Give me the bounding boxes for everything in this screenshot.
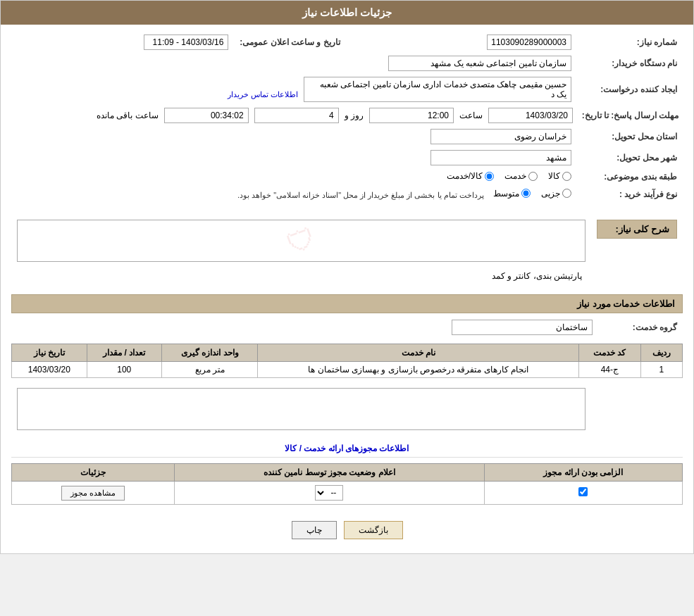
col-row: ردیف — [640, 344, 682, 362]
deadline-date-field: 1403/03/20 — [488, 108, 573, 123]
permit-status-select[interactable]: -- — [315, 485, 343, 501]
buyer-desc-table — [11, 384, 683, 434]
category-service-radio[interactable] — [528, 172, 538, 181]
purchase-partial-radio[interactable] — [562, 189, 571, 198]
deadline-row-content: 1403/03/20 ساعت 12:00 روز و 4 00:34:02 س… — [11, 105, 577, 126]
requester-field: حسین مقیمی چاهک متصدی خدمات اداری سازمان… — [304, 77, 571, 102]
service-group-label: گروه خدمت: — [598, 317, 683, 338]
category-radio-group: کالا خدمت کالا/خدمت — [447, 171, 571, 181]
permit-required-cell — [484, 482, 682, 505]
category-options: کالا خدمت کالا/خدمت — [11, 168, 577, 186]
permits-data-table: الزامی بودن ارائه مجوز اعلام وضعیت مجوز … — [11, 463, 683, 505]
cell-qty: 100 — [87, 362, 161, 378]
category-both[interactable]: کالا/خدمت — [447, 171, 494, 181]
requester-value: حسین مقیمی چاهک متصدی خدمات اداری سازمان… — [11, 74, 577, 105]
permit-details-cell: مشاهده مجوز — [12, 482, 175, 505]
permits-header-row: الزامی بودن ارائه مجوز اعلام وضعیت مجوز … — [12, 464, 683, 482]
table-header-row: ردیف کد خدمت نام خدمت واحد اندازه گیری ت… — [12, 344, 683, 362]
buyer-org-label: نام دستگاه خریدار: — [577, 53, 683, 74]
purchase-radio-group: جزیی متوسط — [493, 189, 571, 199]
requester-label: ایجاد کننده درخواست: — [577, 74, 683, 105]
permits-data-row: -- مشاهده مجوز — [12, 482, 683, 505]
permits-section-header: اطلاعات مجوزهای ارائه خدمت / کالا — [11, 440, 683, 458]
col-name: نام خدمت — [258, 344, 579, 362]
deadline-remain-label: ساعت باقی مانده — [97, 111, 159, 120]
category-goods[interactable]: کالا — [548, 171, 571, 181]
province-value: خراسان رضوی — [11, 126, 577, 147]
cell-date: 1403/03/20 — [12, 362, 87, 378]
city-value: مشهد — [11, 147, 577, 168]
province-field: خراسان رضوی — [430, 129, 571, 144]
col-date: تاریخ نیاز — [12, 344, 87, 362]
deadline-days-field: 4 — [254, 108, 339, 123]
buyer-desc-box — [17, 388, 585, 430]
category-goods-radio[interactable] — [562, 172, 571, 181]
purchase-partial[interactable]: جزیی — [541, 189, 571, 199]
buyer-org-value: سازمان تامین اجتماعی شعبه یک مشهد — [11, 53, 577, 74]
need-desc-text: پارتیشن بندی، کانتر و کمد — [17, 269, 585, 283]
col-code: کد خدمت — [579, 344, 641, 362]
permit-required-checkbox[interactable] — [578, 487, 588, 496]
col-unit: واحد اندازه گیری — [162, 344, 258, 362]
page-header: جزئیات اطلاعات نیاز — [1, 1, 693, 25]
services-data-table: ردیف کد خدمت نام خدمت واحد اندازه گیری ت… — [11, 344, 683, 378]
deadline-remain-field: 00:34:02 — [164, 108, 249, 123]
basic-info-table: شماره نیاز: 1103090289000003 تاریخ و ساع… — [11, 32, 683, 203]
need-desc-textarea[interactable] — [17, 220, 585, 262]
permits-col-details: جزئیات — [12, 464, 175, 482]
back-button[interactable]: بازگشت — [344, 521, 403, 539]
need-desc-content: 🛡 پارتیشن بندی، کانتر و کمد — [11, 208, 591, 287]
permit-status-cell: -- — [174, 482, 484, 505]
need-number-value: 1103090289000003 — [354, 32, 577, 53]
purchase-type-label: نوع فرآیند خرید : — [577, 186, 683, 203]
purchase-medium-radio[interactable] — [521, 189, 531, 198]
action-buttons-row: بازگشت چاپ — [11, 510, 683, 546]
deadline-time-field: 12:00 — [369, 108, 454, 123]
service-group-field: ساختمان — [452, 320, 593, 335]
need-desc-table: شرح کلی نیاز: 🛡 پارتیشن بندی، کانتر و کم… — [11, 208, 683, 287]
purchase-type-content: جزیی متوسط پرداخت تمام یا بخشی از مبلغ خ… — [11, 186, 577, 203]
buyer-desc-content — [11, 384, 591, 434]
need-desc-section-title: شرح کلی نیاز: — [597, 220, 677, 239]
service-group-table: گروه خدمت: ساختمان — [11, 317, 683, 338]
content-area: شماره نیاز: 1103090289000003 تاریخ و ساع… — [1, 25, 693, 553]
page-wrapper: جزئیات اطلاعات نیاز شماره نیاز: 11030902… — [0, 0, 694, 554]
purchase-medium[interactable]: متوسط — [493, 189, 531, 199]
announce-date-field: 1403/03/16 - 11:09 — [144, 34, 228, 50]
need-desc-watermark-area: 🛡 — [17, 213, 585, 269]
col-qty: تعداد / مقدار — [87, 344, 161, 362]
cell-row: 1 — [640, 362, 682, 378]
category-both-radio[interactable] — [485, 172, 494, 181]
purchase-note: پرداخت تمام یا بخشی از مبلغ خریدار از مح… — [237, 191, 484, 199]
need-number-field: 1103090289000003 — [487, 34, 571, 50]
permits-col-required: الزامی بودن ارائه مجوز — [484, 464, 682, 482]
city-label: شهر محل تحویل: — [577, 147, 683, 168]
service-group-value: ساختمان — [11, 317, 598, 338]
buyer-org-field: سازمان تامین اجتماعی شعبه یک مشهد — [388, 56, 571, 71]
page-title: جزئیات اطلاعات نیاز — [302, 6, 392, 18]
category-label: طبقه بندی موضوعی: — [577, 168, 683, 186]
cell-unit: متر مربع — [162, 362, 258, 378]
announce-date-label: تاریخ و ساعت اعلان عمومی: — [234, 32, 354, 53]
city-field: مشهد — [430, 150, 571, 165]
service-info-section-header: اطلاعات خدمات مورد نیاز — [11, 294, 683, 313]
table-row: 1 ج-44 انجام کارهای متفرقه درخصوص بازساز… — [12, 362, 683, 378]
requester-contact-link[interactable]: اطلاعات تماس خریدار — [228, 90, 298, 99]
cell-name: انجام کارهای متفرقه درخصوص بازسازی و بهس… — [258, 362, 579, 378]
province-label: استان محل تحویل: — [577, 126, 683, 147]
permits-col-status: اعلام وضعیت مجوز توسط نامین کننده — [174, 464, 484, 482]
view-permit-button[interactable]: مشاهده مجوز — [61, 486, 125, 501]
need-number-label: شماره نیاز: — [577, 32, 683, 53]
print-button[interactable]: چاپ — [292, 521, 337, 539]
category-service[interactable]: خدمت — [504, 171, 538, 181]
cell-code: ج-44 — [579, 362, 641, 378]
announce-date-value: 1403/03/16 - 11:09 — [11, 32, 234, 53]
deadline-day-label: روز و — [345, 111, 364, 120]
deadline-label: مهلت ارسال پاسخ: تا تاریخ: — [577, 105, 683, 126]
deadline-time-label: ساعت — [459, 111, 483, 120]
